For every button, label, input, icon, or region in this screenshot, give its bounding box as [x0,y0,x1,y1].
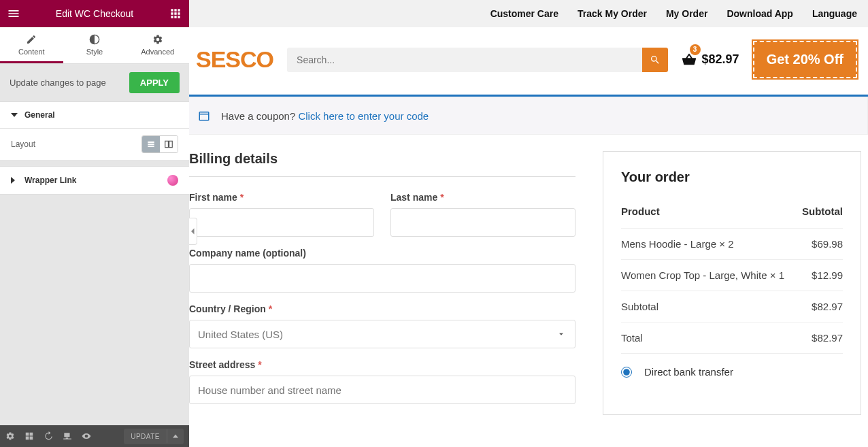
cart-total: $82.97 [702,52,739,67]
search-form [287,48,668,72]
section-wrapper-link[interactable]: Wrapper Link [0,166,189,195]
search-button[interactable] [642,48,668,72]
field-company: Company name (optional) [189,248,575,293]
link-track-order[interactable]: Track My Order [578,8,647,19]
calendar-icon [198,110,210,122]
wrapper-link-label: Wrapper Link [24,176,76,185]
layout-split-icon [164,139,173,149]
section-general[interactable]: General [0,101,189,129]
layout-single-column[interactable] [142,136,160,152]
footer-update-caret[interactable] [167,429,184,443]
field-country: Country / Region * United States (US) [189,303,575,348]
layout-label: Layout [11,139,35,149]
elementor-sidebar: Edit WC Checkout Content Style Advanced … [0,0,189,447]
layout-segmented [141,135,178,153]
field-last-name: Last name * [390,192,575,237]
chevron-left-icon [191,228,195,235]
coupon-prompt: Have a coupon? [221,110,298,122]
tab-advanced[interactable]: Advanced [126,27,189,63]
footer-update-button[interactable]: UPDATE [124,429,167,444]
layout-two-column[interactable] [160,136,178,152]
payment-bank-label: Direct bank transfer [644,366,733,378]
order-item-price: $12.99 [799,260,843,291]
pencil-icon [26,34,37,45]
preview-icon[interactable] [82,431,91,441]
preview-canvas: Customer Care Track My Order My Order Do… [189,0,868,447]
plugin-badge-icon [167,175,178,186]
order-summary: Your order Product Subtotal Mens Hoodie … [603,151,861,415]
section-general-label: General [24,110,55,120]
order-total-value: $82.97 [799,322,843,354]
search-input[interactable] [287,48,642,72]
svg-rect-2 [148,144,154,145]
caret-up-icon [173,433,178,439]
input-last-name[interactable] [390,208,575,237]
responsive-icon[interactable] [63,431,72,441]
order-heading: Your order [621,169,843,185]
input-first-name[interactable] [189,208,374,237]
apply-button[interactable]: APPLY [129,72,180,93]
history-icon[interactable] [44,431,53,441]
contrast-icon [89,34,100,45]
editor-title: Edit WC Checkout [20,8,169,19]
update-hint-text: Update changes to page [10,78,106,88]
tab-style[interactable]: Style [63,27,127,63]
order-item-row: Mens Hoodie - Large × 2 $69.98 [621,229,843,260]
brand-logo[interactable]: SESCO [196,46,273,73]
update-row: Update changes to page APPLY [0,64,189,101]
svg-rect-1 [148,142,154,143]
layout-control: Layout [0,129,189,161]
billing-form: Billing details First name * Last name *… [189,151,575,415]
order-table: Product Subtotal Mens Hoodie - Large × 2… [621,199,843,354]
tab-content-label: Content [18,48,45,56]
cart-count-badge: 3 [690,44,701,55]
promo-banner[interactable]: Get 20% Off [753,41,857,78]
gear-icon [152,34,163,45]
th-subtotal: Subtotal [799,199,843,229]
editor-footer: UPDATE [0,425,189,447]
widgets-grid-icon[interactable] [169,7,182,20]
order-item-row: Women Crop Top - Large, White × 1 $12.99 [621,260,843,291]
sidebar-collapse-handle[interactable] [189,218,197,245]
editor-header: Edit WC Checkout [0,0,189,27]
order-subtotal-value: $82.97 [799,291,843,322]
link-language[interactable]: Language [812,8,857,19]
link-download-app[interactable]: Download App [727,8,792,19]
radio-bank-transfer[interactable] [621,367,632,378]
label-country: Country / Region * [189,303,575,314]
label-first-name: First name * [189,192,374,203]
svg-rect-6 [199,112,209,120]
order-total-label: Total [621,322,799,354]
coupon-banner: Have a coupon? Click here to enter your … [189,97,868,135]
label-last-name: Last name * [390,192,575,203]
field-first-name: First name * [189,192,374,237]
input-street[interactable] [189,376,575,404]
link-customer-care[interactable]: Customer Care [490,8,558,19]
menu-icon[interactable] [7,7,20,20]
link-my-order[interactable]: My Order [666,8,707,19]
search-icon [650,54,661,65]
th-product: Product [621,199,799,229]
layout-single-icon [146,139,156,149]
top-utility-bar: Customer Care Track My Order My Order Do… [189,0,868,27]
settings-icon[interactable] [5,431,15,441]
order-item-name: Women Crop Top - Large, White × 1 [621,260,799,291]
wc-checkout-widget: Have a coupon? Click here to enter your … [189,95,868,415]
input-company[interactable] [189,264,575,293]
tab-advanced-label: Advanced [141,48,174,56]
coupon-link[interactable]: Click here to enter your code [298,110,429,122]
payment-option-bank[interactable]: Direct bank transfer [621,354,843,383]
editor-tabs: Content Style Advanced [0,27,189,64]
cart-button[interactable]: 3 $82.97 [682,52,739,67]
tab-style-label: Style [86,48,103,56]
select-country[interactable]: United States (US) [189,320,575,348]
svg-rect-5 [169,141,173,147]
navigator-icon[interactable] [24,431,34,441]
label-street: Street address * [189,359,575,370]
order-subtotal-label: Subtotal [621,291,799,322]
svg-rect-3 [148,146,154,147]
tab-content[interactable]: Content [0,27,63,63]
caret-right-icon [11,177,16,184]
label-company: Company name (optional) [189,248,575,259]
svg-rect-4 [165,141,169,147]
